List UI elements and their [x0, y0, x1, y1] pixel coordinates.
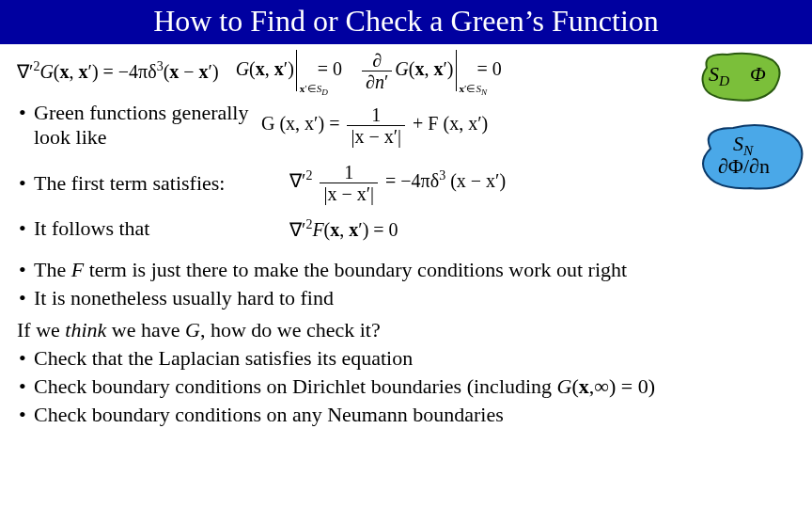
eq2-den: |x − x′| [347, 126, 405, 146]
row-first-term: • The first term satisfies: ∇′2 1|x − x′… [17, 163, 795, 203]
bullet-icon: • [17, 286, 34, 310]
dirichlet-region-blob: SD Φ [695, 49, 786, 103]
bullet-icon: • [17, 171, 34, 196]
equation-row-top: ∇′2G(x, x′) = −4πδ3(x − x′) G(x, x′)x′∈S… [17, 50, 795, 91]
row-follows: • It follows that ∇′2F(x, x′) = 0 [17, 213, 795, 245]
bullet-icon: • [17, 216, 34, 241]
eq2-num: 1 [347, 105, 405, 126]
eq3-rhs: = −4πδ [385, 170, 439, 191]
dphi-dn-label: ∂Φ/∂n [718, 154, 770, 179]
eq3-den: |x − x′| [320, 183, 378, 203]
bullet-icon: • [17, 403, 34, 427]
eq3-end: (x − x′) [445, 170, 506, 191]
slide-body: ∇′2G(x, x′) = −4πδ3(x − x′) G(x, x′)x′∈S… [0, 44, 812, 427]
phi-label: Φ [750, 62, 766, 87]
row-hard: • It is nonetheless usually hard to find [17, 286, 795, 310]
eq-first-term: ∇′2 1|x − x′| = −4πδ3 (x − x′) [289, 163, 506, 203]
eq-f-laplacian: ∇′2F(x, x′) = 0 [289, 217, 398, 241]
eq3-sup: 2 [305, 168, 312, 183]
bullet-icon: • [17, 101, 34, 125]
bullet-text-6: Check that the Laplacian satisfies its e… [34, 346, 795, 371]
eq-neumann-bc: ∂∂n′G(x, x′)x′∈SN = 0 [359, 50, 502, 91]
row-check-3: • Check boundary conditions on any Neuma… [17, 403, 795, 427]
check-intro: If we think we have G, how do we check i… [17, 318, 795, 342]
bullet-text-5: It is nonetheless usually hard to find [34, 286, 795, 310]
eq2-lhs: G (x, x′) = [261, 113, 339, 134]
bullet-icon: • [17, 346, 34, 371]
eq-greens-form: G (x, x′) = 1|x − x′| + F (x, x′) [261, 105, 488, 146]
neumann-region-blob: SN ∂Φ/∂n [695, 120, 808, 194]
row-check-2: • Check boundary conditions on Dirichlet… [17, 374, 795, 399]
eq3-nabla: ∇′ [289, 170, 305, 191]
bullet-text-1: Green functions generally look like [34, 101, 261, 150]
row-f-term: • The F term is just there to make the b… [17, 258, 795, 282]
sd-label: SD [709, 62, 729, 89]
bullet-icon: • [17, 374, 34, 399]
bullet-text-3: It follows that [34, 216, 289, 241]
slide-title: How to Find or Check a Green’s Function [0, 0, 812, 44]
eq-dirichlet-bc: G(x, x′)x′∈SD = 0 [236, 50, 342, 91]
row-check-1: • Check that the Laplacian satisfies its… [17, 346, 795, 371]
bullet-text-7: Check boundary conditions on Dirichlet b… [34, 374, 795, 399]
row-greens-form: • Green functions generally look like G … [17, 97, 795, 153]
eq-laplacian-delta: ∇′2G(x, x′) = −4πδ3(x − x′) [17, 59, 219, 83]
bullet-text-8: Check boundary conditions on any Neumann… [34, 403, 795, 427]
bullet-text-2: The first term satisfies: [34, 171, 289, 196]
bullet-icon: • [17, 258, 34, 282]
eq2-plus: + F (x, x′) [413, 113, 488, 134]
bullet-text-4: The F term is just there to make the bou… [34, 258, 795, 282]
eq3-num: 1 [320, 163, 378, 183]
